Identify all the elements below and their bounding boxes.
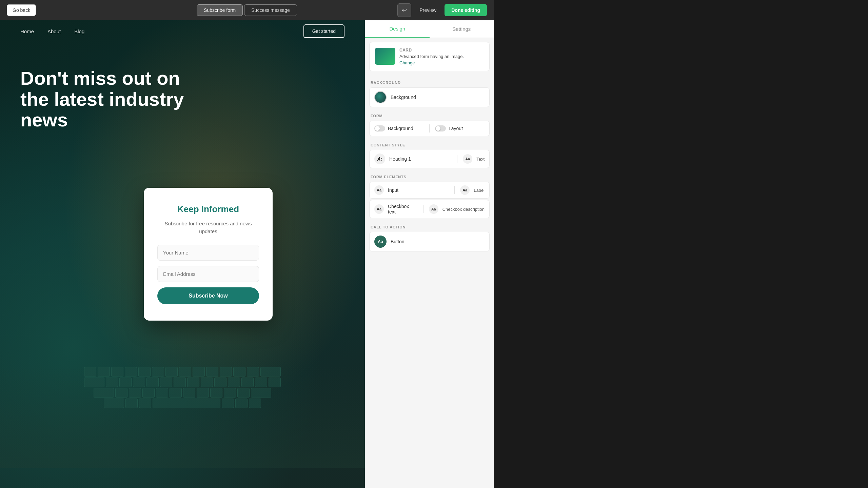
- form-layout-label: Layout: [449, 126, 463, 131]
- keyboard-simulation: [0, 366, 365, 468]
- background-circle-icon: [374, 91, 387, 103]
- form-elements-checkbox-row: Aa Checkbox text Aa Checkbox description: [369, 200, 490, 218]
- topbar-left: Go back: [7, 4, 36, 16]
- panel-tab-settings[interactable]: Settings: [430, 20, 494, 38]
- hero-heading: Don't miss out on the latest industry ne…: [20, 68, 197, 130]
- card-title-label: CARD: [399, 48, 484, 53]
- card-description: Advanced form having an image.: [399, 54, 484, 59]
- preview-nav: Home About Blog Get started: [0, 20, 365, 42]
- email-input[interactable]: [157, 266, 259, 282]
- nav-blog[interactable]: Blog: [74, 28, 84, 34]
- topbar-center: Subscribe form Success message: [197, 4, 297, 16]
- nav-about[interactable]: About: [47, 28, 61, 34]
- form-background-toggle[interactable]: [374, 125, 385, 131]
- cta-button-item[interactable]: Aa Button: [369, 232, 490, 251]
- toggle-knob-2: [436, 126, 440, 131]
- form-layout-toggle[interactable]: [435, 125, 446, 131]
- name-input[interactable]: [157, 245, 259, 261]
- topbar-right: ↩ Preview Done editing: [397, 3, 487, 17]
- form-options-row: Background Layout: [369, 121, 490, 136]
- card-info: CARD Advanced form having an image. Chan…: [399, 48, 484, 65]
- panel-tab-design[interactable]: Design: [365, 20, 430, 38]
- subscribe-button[interactable]: Subscribe Now: [157, 287, 259, 304]
- checkbox-text-icon[interactable]: Aa: [374, 204, 384, 214]
- input-label: Input: [388, 187, 449, 193]
- style-divider-3: [423, 205, 423, 213]
- background-label: Background: [391, 95, 416, 100]
- text-style-icon[interactable]: Aa: [463, 154, 472, 164]
- hero-text: Don't miss out on the latest industry ne…: [20, 68, 197, 130]
- tab-success-message[interactable]: Success message: [244, 4, 297, 16]
- history-button[interactable]: ↩: [397, 3, 411, 17]
- panel-tabs: Design Settings: [365, 20, 494, 38]
- content-style-row: A: Heading 1 Aa Text: [369, 150, 490, 168]
- background-item[interactable]: Background: [369, 87, 490, 107]
- cta-section-header: CALL TO ACTION: [365, 220, 494, 232]
- input-icon[interactable]: Aa: [374, 185, 384, 195]
- form-background-label: Background: [388, 126, 413, 131]
- card-preview-thumbnail: [375, 48, 395, 65]
- heading-style-label: Heading 1: [389, 156, 452, 162]
- go-back-button[interactable]: Go back: [7, 4, 36, 16]
- style-divider-2: [454, 186, 455, 194]
- nav-links: Home About Blog: [20, 28, 84, 34]
- form-elements-header: FORM ELEMENTS: [365, 169, 494, 182]
- nav-home[interactable]: Home: [20, 28, 34, 34]
- label-label: Label: [474, 188, 485, 193]
- main-layout: Home About Blog Get started Don't miss o…: [0, 20, 494, 488]
- card-section: CARD Advanced form having an image. Chan…: [369, 42, 490, 71]
- form-layout-toggle-group: Layout: [435, 125, 485, 131]
- card-change-link[interactable]: Change: [399, 60, 484, 65]
- preview-button[interactable]: Preview: [415, 5, 440, 16]
- style-divider: [457, 155, 457, 163]
- subscribe-form-modal: Keep Informed Subscribe for free resourc…: [144, 188, 273, 321]
- label-icon[interactable]: Aa: [460, 185, 470, 195]
- toggle-divider: [429, 124, 430, 133]
- form-description: Subscribe for free resources and news up…: [157, 220, 259, 235]
- form-elements-input-row: Aa Input Aa Label: [369, 182, 490, 199]
- form-background-toggle-group: Background: [374, 125, 424, 131]
- checkbox-text-label: Checkbox text: [388, 204, 418, 215]
- button-icon: Aa: [374, 236, 387, 248]
- content-style-header: CONTENT STYLE: [365, 138, 494, 150]
- form-section-header: FORM: [365, 108, 494, 121]
- nav-get-started-button[interactable]: Get started: [303, 24, 344, 38]
- toggle-knob: [375, 126, 380, 131]
- form-title: Keep Informed: [157, 204, 259, 215]
- heading-style-icon[interactable]: A:: [374, 154, 385, 164]
- checkbox-desc-icon[interactable]: Aa: [429, 204, 438, 214]
- background-section-header: BACKGROUND: [365, 75, 494, 87]
- button-label: Button: [391, 239, 404, 244]
- checkbox-desc-label: Checkbox description: [442, 207, 485, 212]
- right-panel: Design Settings CARD Advanced form havin…: [365, 20, 494, 488]
- done-editing-button[interactable]: Done editing: [445, 4, 487, 16]
- preview-area: Home About Blog Get started Don't miss o…: [0, 20, 365, 488]
- tab-subscribe-form[interactable]: Subscribe form: [197, 4, 243, 16]
- topbar: Go back Subscribe form Success message ↩…: [0, 0, 494, 20]
- text-style-label: Text: [476, 157, 485, 162]
